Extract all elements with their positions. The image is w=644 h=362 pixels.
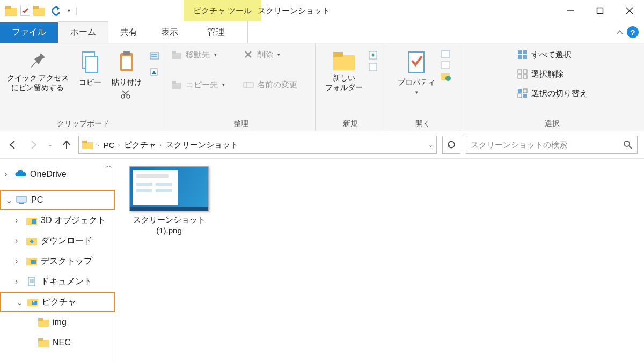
file-item[interactable]: スクリーンショット (1).png — [126, 166, 212, 235]
svg-rect-26 — [244, 83, 253, 87]
minimize-button[interactable] — [555, 0, 585, 21]
nav-tree: ︿ › OneDrive ⌄ PC ›3D オブジェクト ›ダウンロード ›デス… — [0, 159, 115, 362]
search-input[interactable]: スクリーンショットの検索 — [466, 136, 638, 154]
tab-manage[interactable]: 管理 — [184, 21, 248, 43]
select-all-button[interactable]: すべて選択 — [515, 48, 590, 62]
address-bar-row: ⌄ › PC› ピクチャ› スクリーンショット ⌄ スクリーンショットの検索 — [0, 131, 644, 158]
svg-text:✦: ✦ — [370, 51, 376, 59]
tab-share[interactable]: 共有 — [108, 22, 149, 43]
svg-rect-28 — [333, 55, 355, 70]
tree-nec[interactable]: NEC — [0, 333, 115, 353]
svg-rect-34 — [441, 51, 450, 57]
svg-rect-56 — [17, 196, 26, 202]
search-icon — [623, 140, 633, 150]
newitem-button[interactable]: ✦ — [368, 50, 379, 60]
qat-undo-button[interactable] — [48, 3, 64, 19]
explorer-icon — [3, 3, 19, 19]
svg-rect-64 — [31, 260, 36, 264]
svg-point-37 — [445, 76, 451, 81]
select-none-button[interactable]: 選択解除 — [515, 67, 590, 81]
qat-newfolder-button[interactable] — [31, 3, 47, 19]
pin-quickaccess-button[interactable]: クイック アクセス にピン留めする — [4, 48, 72, 92]
scissors-icon — [120, 90, 133, 99]
tree-desktop[interactable]: ›デスクトップ — [0, 251, 115, 271]
svg-rect-70 — [32, 301, 37, 305]
svg-rect-2 — [33, 8, 45, 16]
svg-rect-6 — [597, 8, 603, 14]
copy-button[interactable]: コピー — [74, 48, 106, 87]
edit-button[interactable] — [441, 61, 451, 69]
close-button[interactable] — [614, 0, 644, 21]
tab-home[interactable]: ホーム — [58, 21, 108, 43]
tree-img[interactable]: img — [0, 312, 115, 333]
svg-rect-57 — [19, 203, 24, 204]
file-name: スクリーンショット (1).png — [133, 215, 206, 235]
svg-rect-0 — [5, 8, 17, 16]
svg-rect-3 — [33, 6, 39, 9]
moveto-button[interactable]: 移動先▾ — [170, 48, 241, 62]
group-label-clipboard: クリップボード — [57, 117, 109, 129]
history-dropdown[interactable]: ⌄ — [48, 142, 53, 147]
address-bar[interactable]: › PC› ピクチャ› スクリーンショット ⌄ — [78, 136, 437, 154]
svg-rect-45 — [523, 75, 527, 78]
svg-rect-44 — [518, 75, 522, 78]
open-button[interactable] — [441, 50, 451, 58]
paste-button[interactable]: 貼り付け — [108, 48, 145, 99]
tree-onedrive[interactable]: › OneDrive — [0, 164, 115, 184]
pc-icon — [16, 195, 28, 205]
history-button[interactable] — [441, 71, 451, 81]
content-area[interactable]: スクリーンショット (1).png — [115, 159, 644, 362]
svg-rect-75 — [38, 338, 43, 341]
svg-rect-49 — [523, 94, 527, 98]
qat-properties-button[interactable] — [20, 6, 30, 16]
pasteshortcut-button[interactable] — [147, 65, 162, 79]
breadcrumb-pc[interactable]: PC› — [104, 141, 122, 150]
moveto-folder-icon — [172, 50, 182, 59]
ribbon-collapse-button[interactable] — [616, 28, 624, 36]
x-icon: ✕ — [243, 49, 254, 60]
address-dropdown[interactable]: ⌄ — [428, 142, 433, 149]
tree-3dobjects[interactable]: ›3D オブジェクト — [0, 210, 115, 231]
folder-icon — [82, 141, 93, 149]
tab-file[interactable]: ファイル — [0, 22, 58, 43]
qat-separator: | — [72, 6, 81, 15]
newfolder-icon — [332, 50, 356, 71]
up-button[interactable] — [60, 138, 73, 151]
folder-icon — [38, 337, 49, 348]
group-label-open: 開く — [415, 117, 430, 129]
quick-access-toolbar: ▼ | ピクチャ ツール スクリーンショット — [0, 0, 644, 21]
svg-rect-41 — [523, 55, 527, 59]
copypath-button[interactable] — [147, 49, 162, 63]
svg-rect-29 — [333, 52, 343, 57]
group-label-organize: 整理 — [233, 117, 248, 129]
rename-button[interactable]: 名前の変更 — [241, 78, 312, 92]
tree-downloads[interactable]: ›ダウンロード — [0, 231, 115, 251]
svg-rect-12 — [122, 56, 131, 69]
ribbon: クイック アクセス にピン留めする コピー 貼り付け クリップボード — [0, 43, 644, 131]
tree-pc[interactable]: ⌄ PC — [0, 190, 115, 210]
pin-icon — [27, 50, 48, 71]
maximize-button[interactable] — [585, 0, 614, 21]
svg-rect-35 — [441, 62, 450, 68]
tree-scroll-up[interactable]: ︿ — [105, 161, 113, 171]
svg-rect-46 — [518, 89, 522, 93]
delete-button[interactable]: ✕ 削除▾ — [241, 48, 312, 62]
easyaccess-button[interactable] — [368, 62, 379, 71]
forward-button[interactable] — [27, 138, 40, 151]
svg-rect-65 — [28, 277, 35, 286]
tree-documents[interactable]: ›ドキュメント — [0, 271, 115, 292]
new-folder-button[interactable]: 新しい フォルダー — [322, 48, 366, 92]
breadcrumb-pictures[interactable]: ピクチャ› — [124, 140, 164, 150]
svg-rect-13 — [123, 51, 130, 55]
tree-pictures[interactable]: ⌄ピクチャ — [0, 292, 115, 312]
refresh-button[interactable] — [442, 136, 460, 154]
svg-rect-59 — [32, 219, 36, 224]
folder-icon — [38, 317, 49, 328]
properties-button[interactable]: プロパティ ▾ — [394, 48, 438, 95]
help-button[interactable]: ? — [627, 26, 639, 38]
breadcrumb-current[interactable]: スクリーンショット — [166, 140, 238, 150]
copyto-button[interactable]: コピー先▾ — [170, 78, 241, 92]
qat-customize-dropdown[interactable]: ▼ — [67, 8, 71, 13]
invert-selection-button[interactable]: 選択の切り替え — [515, 86, 590, 100]
back-button[interactable] — [6, 138, 19, 151]
